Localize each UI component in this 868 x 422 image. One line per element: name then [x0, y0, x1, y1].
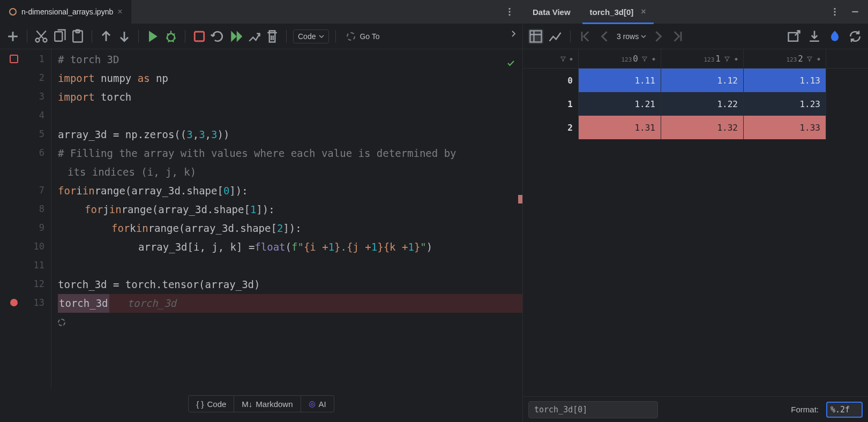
- cell[interactable]: 1.33: [744, 116, 826, 139]
- copy-button[interactable]: [52, 29, 67, 44]
- refresh-button[interactable]: [848, 29, 863, 44]
- cell-run-stop-icon[interactable]: [10, 55, 18, 63]
- right-tab-bar: Data View torch_3d[0] ×: [523, 0, 868, 24]
- cell-type-select[interactable]: Code: [293, 29, 329, 43]
- column-header-0[interactable]: 1230 ◆: [579, 49, 661, 68]
- goto-widget[interactable]: Go To: [347, 32, 379, 41]
- format-label: Format:: [791, 405, 819, 414]
- sort-icon: ◆: [570, 56, 573, 62]
- cell[interactable]: 1.21: [579, 92, 661, 116]
- format-input[interactable]: [826, 402, 863, 418]
- table-row[interactable]: 1 1.21 1.22 1.23: [523, 92, 868, 116]
- grid-header: ◆ 1230 ◆ 1231 ◆ 1232 ◆: [523, 49, 868, 69]
- filter-icon: [641, 56, 648, 62]
- clear-output-button[interactable]: [246, 29, 261, 44]
- paste-button[interactable]: [70, 29, 85, 44]
- svg-point-3: [508, 11, 510, 12]
- rows-count[interactable]: 3 rows: [617, 32, 646, 41]
- line-number: 6: [28, 143, 44, 162]
- line-number: 8: [28, 199, 44, 218]
- code-body[interactable]: # torch 3D import numpy as np import tor…: [51, 49, 522, 389]
- filter-icon: [806, 56, 813, 62]
- debug-cell-button[interactable]: [163, 29, 178, 44]
- next-page-button[interactable]: [650, 29, 665, 44]
- kebab-icon[interactable]: [503, 5, 516, 18]
- add-code-cell-button[interactable]: { } Code: [188, 395, 234, 412]
- numeric-icon: 123: [621, 56, 632, 63]
- line-number: 9: [28, 218, 44, 237]
- cell[interactable]: 1.22: [661, 92, 744, 116]
- svg-point-2: [508, 8, 510, 10]
- data-view-pane: Data View torch_3d[0] × 3 rows: [523, 0, 868, 422]
- move-down-button[interactable]: [117, 29, 132, 44]
- prev-page-button[interactable]: [597, 29, 612, 44]
- breakpoint-gutter[interactable]: [0, 49, 28, 389]
- tab-notebook[interactable]: n-dimensional_arrays.ipynb ×: [0, 0, 132, 24]
- first-page-button[interactable]: [578, 29, 593, 44]
- check-ok-icon: [506, 55, 515, 73]
- line-number: 11: [28, 255, 44, 274]
- new-tab-button[interactable]: [787, 29, 802, 44]
- loading-spinner-icon: [347, 32, 355, 41]
- kebab-icon[interactable]: [828, 5, 841, 18]
- breakpoint-icon[interactable]: [10, 299, 18, 306]
- cell[interactable]: 1.31: [579, 116, 661, 139]
- svg-point-1: [10, 13, 11, 14]
- add-markdown-cell-button[interactable]: M↓ Markdown: [234, 395, 301, 412]
- data-grid[interactable]: ◆ 1230 ◆ 1231 ◆ 1232 ◆ 0 1.11 1.12 1.13 …: [523, 49, 868, 396]
- line-number: 10: [28, 237, 44, 255]
- line-number: 4: [28, 106, 44, 124]
- sort-icon: ◆: [735, 56, 738, 62]
- jupyter-icon: [9, 7, 17, 16]
- chevron-right-icon[interactable]: [510, 30, 517, 40]
- table-row[interactable]: 0 1.11 1.12 1.13: [523, 69, 868, 92]
- add-cell-button[interactable]: [5, 29, 20, 44]
- last-page-button[interactable]: [670, 29, 685, 44]
- cell[interactable]: 1.23: [744, 92, 826, 116]
- svg-point-13: [834, 11, 835, 12]
- cell[interactable]: 1.13: [744, 69, 826, 92]
- add-ai-cell-button[interactable]: ◎ AI: [301, 395, 334, 412]
- svg-point-12: [834, 8, 835, 10]
- code-icon: { }: [196, 400, 204, 409]
- ai-swirl-icon: ◎: [309, 399, 316, 409]
- export-button[interactable]: [807, 29, 822, 44]
- row-index: 2: [523, 116, 579, 139]
- code-editor[interactable]: 1 2 3 4 5 6 7 8 9 10 11 12 13 # torch 3D…: [0, 49, 522, 389]
- svg-point-4: [508, 14, 510, 16]
- run-all-button[interactable]: [228, 29, 243, 44]
- svg-rect-11: [194, 32, 204, 41]
- markdown-icon: M↓: [242, 400, 252, 409]
- cell[interactable]: 1.12: [661, 69, 744, 92]
- chart-view-button[interactable]: [548, 29, 563, 44]
- cell[interactable]: 1.32: [661, 116, 744, 139]
- cut-button[interactable]: [34, 29, 49, 44]
- svg-point-5: [36, 38, 40, 42]
- delete-cell-button[interactable]: [265, 29, 280, 44]
- editor-tab-bar: n-dimensional_arrays.ipynb ×: [0, 0, 522, 24]
- row-index: 1: [523, 92, 579, 116]
- column-header-2[interactable]: 1232 ◆: [744, 49, 826, 68]
- table-row[interactable]: 2 1.31 1.32 1.33: [523, 116, 868, 139]
- run-cell-button[interactable]: [145, 29, 160, 44]
- table-view-button[interactable]: [528, 29, 543, 44]
- line-number: 2: [28, 68, 44, 87]
- expression-input[interactable]: [528, 401, 658, 418]
- svg-point-14: [834, 14, 835, 16]
- editor-pane: n-dimensional_arrays.ipynb × Code: [0, 0, 523, 422]
- tab-tensor[interactable]: torch_3d[0] ×: [580, 0, 656, 24]
- close-icon[interactable]: ×: [641, 7, 646, 17]
- cell[interactable]: 1.11: [579, 69, 661, 92]
- column-header-1[interactable]: 1231 ◆: [661, 49, 744, 68]
- notebook-toolbar: Code Go To: [0, 24, 522, 49]
- stop-button[interactable]: [192, 29, 207, 44]
- heatmap-button[interactable]: [827, 29, 842, 44]
- restart-button[interactable]: [210, 29, 225, 44]
- close-icon[interactable]: ×: [117, 7, 122, 17]
- index-header[interactable]: ◆: [523, 49, 579, 68]
- minimize-icon[interactable]: [849, 5, 862, 18]
- svg-rect-7: [55, 32, 62, 41]
- move-up-button[interactable]: [99, 29, 114, 44]
- svg-point-6: [43, 38, 47, 42]
- tab-data-view[interactable]: Data View: [523, 0, 580, 24]
